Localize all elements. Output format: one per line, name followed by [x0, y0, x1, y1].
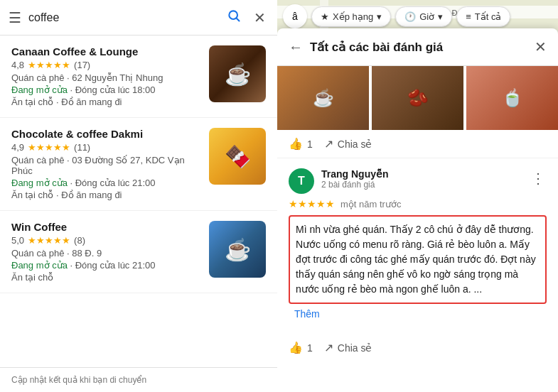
place-info: Canaan Coffee & Lounge 4,8 ★★★★★ (17) Qu… — [11, 45, 200, 107]
panel-title: Tất cả các bài đánh giá — [310, 40, 527, 55]
rank-filter-btn[interactable]: ★ Xếp hạng ▾ — [311, 6, 391, 27]
filter-label: Tất cả — [475, 11, 502, 22]
hamburger-icon[interactable]: ☰ — [9, 9, 21, 26]
search-bar: ☰ ✕ — [0, 0, 277, 36]
review-count: (17) — [74, 60, 90, 70]
stars: ★★★★★ — [28, 60, 70, 70]
like-count-1: 1 — [307, 138, 313, 150]
back-button[interactable]: ← — [289, 39, 303, 55]
thumbs-up-icon: 👍 — [289, 341, 303, 354]
share-label-2: Chia sẻ — [338, 342, 372, 354]
clock-icon: 🕐 — [404, 11, 416, 22]
bottom-hint: Cập nhật kết quả khi bạn di chuyển — [0, 367, 277, 392]
review-scroll[interactable]: ☕ 🫘 🍵 👍 1 ↗ Chia sẻ T — [277, 66, 558, 392]
place-info: Chocolate & coffee Dakmi 4,9 ★★★★★ (11) … — [11, 128, 200, 200]
place-status: Đang mở cửa · Đóng cửa lúc 21:00 — [11, 178, 200, 188]
search-input[interactable] — [28, 11, 217, 24]
place-tags: Ăn tại chỗ · Đồ ăn mang đi — [11, 97, 200, 107]
rating-row: 4,8 ★★★★★ (17) — [11, 60, 200, 70]
like-button-1[interactable]: 👍 1 — [289, 137, 313, 151]
review-stars: ★★★★★ — [289, 198, 335, 209]
like-button-2[interactable]: 👍 1 — [289, 341, 313, 354]
close-button[interactable]: ✕ — [535, 38, 547, 55]
time-filter-btn[interactable]: 🕐 Giờ ▾ — [395, 6, 452, 27]
like-count-2: 1 — [307, 342, 313, 354]
share-label-1: Chia sẻ — [338, 138, 372, 150]
place-status: Đang mở cửa · Đóng cửa lúc 21:00 — [11, 260, 200, 271]
review-time: một năm trước — [340, 199, 401, 209]
all-filter-btn[interactable]: ≡ Tất cả — [456, 6, 510, 27]
time-label: Giờ — [419, 11, 434, 22]
share-button-2[interactable]: ↗ Chia sẻ — [324, 341, 372, 354]
place-name: Canaan Coffee & Lounge — [11, 45, 200, 58]
place-status: Đang mở cửa · Đóng cửa lúc 18:00 — [11, 85, 200, 95]
rating-number: 5,0 — [11, 235, 24, 246]
review-text: Mì nh vừa ghé quán. Thấy 2 cô chú ở đây … — [289, 215, 547, 304]
share-icon: ↗ — [324, 341, 333, 354]
reviewer-review-count: 2 bài đánh giá — [321, 180, 522, 190]
place-item[interactable]: Win Coffee 5,0 ★★★★★ (8) Quán cà phê · 8… — [0, 211, 277, 293]
review-more-link[interactable]: Thêm — [289, 308, 547, 325]
thumbs-up-icon: 👍 — [289, 137, 303, 151]
stars: ★★★★★ — [28, 235, 70, 246]
place-category: Quán cà phê · 88 Đ. 9 — [11, 248, 200, 258]
place-tags: Ăn tại chỗ — [11, 272, 200, 283]
place-item[interactable]: Canaan Coffee & Lounge 4,8 ★★★★★ (17) Qu… — [0, 36, 277, 118]
place-thumbnail: ☕ — [209, 221, 266, 278]
place-images: ☕ 🫘 🍵 — [277, 66, 558, 130]
filter-icon: ≡ — [466, 11, 471, 22]
rating-number: 4,8 — [11, 60, 24, 70]
place-info: Win Coffee 5,0 ★★★★★ (8) Quán cà phê · 8… — [11, 221, 200, 283]
place-image-3: 🍵 — [466, 66, 558, 130]
review-panel-header: ← Tất cả các bài đánh giá ✕ — [277, 28, 558, 66]
place-category: Quán cà phê · 62 Nguyễn Thị Nhung — [11, 72, 200, 83]
share-icon: ↗ — [324, 137, 333, 151]
rating-row: 5,0 ★★★★★ (8) — [11, 235, 200, 246]
star-icon: ★ — [321, 11, 329, 22]
left-panel: ☰ ✕ Canaan Coffee & Lounge 4,8 ★★★★★ (17… — [0, 0, 277, 392]
review-item: T Trang Nguyễn 2 bài đánh giá ⋮ ★★★★★ mộ… — [277, 158, 558, 335]
review-count: (8) — [74, 235, 85, 246]
place-image-2: 🫘 — [372, 66, 463, 130]
like-share-row-1: 👍 1 ↗ Chia sẻ — [277, 130, 558, 158]
share-button-1[interactable]: ↗ Chia sẻ — [324, 137, 372, 151]
search-icon[interactable] — [224, 6, 244, 29]
place-thumbnail: 🍫 — [209, 128, 266, 185]
review-count: (11) — [74, 142, 90, 153]
review-rating-row: ★★★★★ một năm trước — [289, 198, 547, 209]
stars: ★★★★★ — [28, 142, 70, 153]
rating-row: 4,9 ★★★★★ (11) — [11, 142, 200, 153]
clear-icon[interactable]: ✕ — [251, 6, 269, 29]
place-thumbnail: ☕ — [209, 45, 266, 102]
results-list: Canaan Coffee & Lounge 4,8 ★★★★★ (17) Qu… — [0, 36, 277, 367]
chevron-down-icon: ▾ — [377, 11, 382, 22]
reviewer-row: T Trang Nguyễn 2 bài đánh giá ⋮ — [289, 168, 547, 194]
rank-label: Xếp hạng — [333, 11, 373, 22]
reviewer-name: Trang Nguyễn — [321, 168, 522, 180]
place-tags: Ăn tại chỗ · Đồ ăn mang đi — [11, 190, 200, 200]
svg-line-1 — [237, 18, 240, 21]
map-location-btn[interactable]: â — [283, 4, 307, 28]
right-panel: Đường 24 â ★ Xếp hạng ▾ 🕐 Giờ ▾ ≡ Tất cả… — [277, 0, 558, 392]
avatar: T — [289, 168, 314, 194]
place-image-1: ☕ — [277, 66, 369, 130]
place-name: Win Coffee — [11, 221, 200, 233]
like-share-row-2: 👍 1 ↗ Chia sẻ — [277, 335, 558, 364]
more-options-button[interactable]: ⋮ — [530, 168, 547, 188]
place-item[interactable]: Chocolate & coffee Dakmi 4,9 ★★★★★ (11) … — [0, 118, 277, 211]
chevron-down-icon: ▾ — [438, 11, 443, 22]
place-name: Chocolate & coffee Dakmi — [11, 128, 200, 140]
place-category: Quán cà phê · 03 Đường Số 27, KDC Vạn Ph… — [11, 155, 200, 176]
review-panel: ← Tất cả các bài đánh giá ✕ ☕ 🫘 🍵 👍 1 ↗ … — [277, 28, 558, 392]
rating-number: 4,9 — [11, 142, 24, 153]
reviewer-info: Trang Nguyễn 2 bài đánh giá — [321, 168, 522, 190]
